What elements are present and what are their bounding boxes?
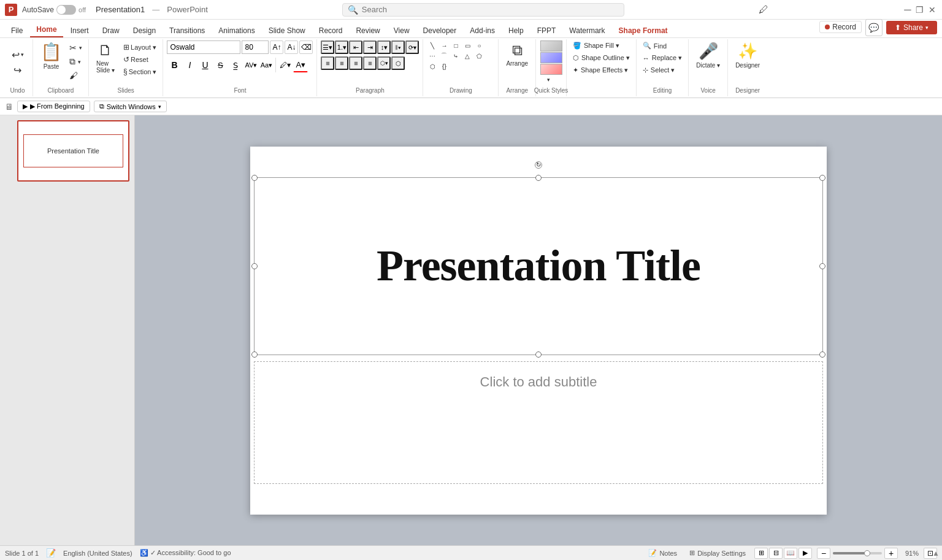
search-input[interactable] — [362, 5, 619, 14]
presentation-title[interactable]: Presentation Title — [364, 240, 713, 291]
shape-fill-button[interactable]: 🪣 Shape Fill ▾ — [570, 40, 622, 51]
tab-animations[interactable]: Animations — [212, 24, 261, 37]
tab-view[interactable]: View — [388, 24, 416, 37]
comment-button[interactable]: 💬 — [865, 19, 883, 36]
quick-styles-dropdown[interactable]: ▾ — [540, 75, 557, 84]
undo-button[interactable]: ↩ ▾ — [9, 48, 26, 62]
align-left-button[interactable]: ≡ — [321, 56, 334, 70]
decrease-indent-button[interactable]: ⇤ — [349, 40, 362, 54]
handle-tm[interactable] — [535, 175, 542, 181]
reading-view-button[interactable]: 📖 — [784, 548, 797, 559]
columns-button[interactable]: ⫴▾ — [391, 40, 405, 54]
dictate-button[interactable]: 🎤 Dictate ▾ — [692, 40, 724, 70]
shape-hexagon[interactable]: ⬡ — [427, 61, 438, 71]
reset-button[interactable]: ↺ Reset — [121, 54, 159, 65]
close-button[interactable]: ✕ — [927, 5, 937, 15]
align-options-button[interactable]: ⬡▾ — [377, 56, 391, 70]
quick-style-3[interactable] — [540, 64, 562, 75]
zoom-out-button[interactable]: − — [817, 548, 830, 559]
italic-button[interactable]: I — [182, 58, 197, 72]
slideshow-view-button[interactable]: ▶ — [798, 548, 812, 559]
slide-sorter-button[interactable]: ⊟ — [769, 548, 783, 559]
redo-button[interactable]: ↪ — [9, 63, 26, 77]
normal-view-button[interactable]: ⊞ — [754, 548, 768, 559]
font-color-button[interactable]: A▾ — [293, 58, 308, 72]
arrange-button[interactable]: ⧉ Arrange — [502, 40, 532, 68]
highlight-button[interactable]: 🖊▾ — [278, 58, 293, 72]
paste-button[interactable]: 📋 Paste — [37, 40, 66, 71]
shape-rect[interactable]: □ — [450, 40, 461, 50]
handle-bl[interactable] — [251, 351, 258, 358]
pen-icon[interactable]: 🖊 — [759, 4, 768, 15]
increase-indent-button[interactable]: ⇥ — [363, 40, 377, 54]
underline-button[interactable]: U — [197, 58, 212, 72]
zoom-in-button[interactable]: + — [884, 548, 898, 559]
subtitle-box[interactable]: Click to add subtitle — [254, 361, 823, 484]
tab-shape-format[interactable]: Shape Format — [613, 24, 674, 37]
tab-transitions[interactable]: Transitions — [163, 24, 211, 37]
tab-fppt[interactable]: FPPT — [531, 24, 562, 37]
zoom-slider[interactable] — [833, 552, 882, 554]
align-right-button[interactable]: ≡ — [349, 56, 362, 70]
minimize-button[interactable]: ─ — [903, 5, 913, 15]
shape-pentagon[interactable]: ⬠ — [473, 51, 484, 61]
bullets-button[interactable]: ☰▾ — [321, 40, 334, 54]
font-size-input[interactable] — [242, 40, 269, 54]
clear-format-button[interactable]: ⌫ — [299, 40, 313, 54]
section-button[interactable]: § Section ▾ — [121, 66, 159, 77]
shape-effects-button[interactable]: ✦ Shape Effects ▾ — [570, 65, 630, 75]
tab-watermark[interactable]: Watermark — [563, 24, 611, 37]
collapse-ribbon-button[interactable]: ▲ — [932, 549, 940, 558]
quick-style-1[interactable] — [540, 40, 562, 52]
tab-developer[interactable]: Developer — [417, 24, 463, 37]
handle-tl[interactable] — [251, 175, 258, 181]
switch-windows-button[interactable]: ⧉ Switch Windows ▾ — [94, 101, 167, 112]
layout-button[interactable]: ⊞ Layout ▾ — [121, 42, 159, 53]
select-button[interactable]: ⊹ Select ▾ — [640, 65, 678, 75]
replace-button[interactable]: ↔ Replace ▾ — [640, 53, 684, 63]
shape-line[interactable]: ╲ — [427, 40, 438, 50]
record-button[interactable]: Record — [819, 21, 862, 33]
notes-button[interactable]: 📝 Notes — [645, 548, 681, 558]
tab-slideshow[interactable]: Slide Show — [262, 24, 312, 37]
designer-button[interactable]: ✨ Designer — [732, 40, 764, 70]
tab-home[interactable]: Home — [30, 23, 63, 37]
align-center-button[interactable]: ≡ — [335, 56, 348, 70]
tab-addins[interactable]: Add-ins — [464, 24, 501, 37]
shape-brace[interactable]: {} — [438, 61, 450, 71]
language-indicator[interactable]: English (United States) — [63, 550, 132, 557]
text-direction-button[interactable]: ⟳▾ — [405, 40, 419, 54]
autosave-toggle[interactable] — [56, 5, 76, 15]
tab-help[interactable]: Help — [502, 24, 530, 37]
shape-triangle[interactable]: △ — [462, 51, 473, 61]
tab-record[interactable]: Record — [313, 24, 349, 37]
shadow-button[interactable]: S̲ — [228, 58, 243, 72]
search-bar[interactable]: 🔍 — [342, 3, 624, 17]
strikethrough-button[interactable]: S — [213, 58, 228, 72]
from-beginning-button[interactable]: ▶ ▶ From Beginning — [17, 101, 90, 112]
shape-more[interactable]: ⋯ — [427, 51, 438, 61]
bold-button[interactable]: B — [167, 58, 182, 72]
share-button[interactable]: ⬆ Share ▾ — [886, 21, 937, 34]
line-spacing-button[interactable]: ↕▾ — [377, 40, 391, 54]
shape-oval[interactable]: ○ — [473, 40, 484, 50]
cut-button[interactable]: ✂ ▾ — [67, 42, 85, 54]
increase-font-size-button[interactable]: A↑ — [270, 40, 283, 54]
quick-style-2[interactable] — [540, 52, 562, 63]
justify-button[interactable]: ≡ — [363, 56, 377, 70]
new-slide-button[interactable]: 🗋 NewSlide ▾ — [93, 40, 118, 75]
font-case-button[interactable]: Aa▾ — [259, 58, 274, 72]
shape-outline-button[interactable]: ⬡ Shape Outline ▾ — [570, 53, 632, 63]
shape-curve[interactable]: ⌒ — [438, 51, 450, 61]
tab-design[interactable]: Design — [127, 24, 162, 37]
copy-button[interactable]: ⧉ ▾ — [67, 55, 85, 68]
tab-file[interactable]: File — [5, 24, 29, 37]
numbering-button[interactable]: 1.▾ — [335, 40, 348, 54]
handle-mr[interactable] — [819, 263, 825, 269]
handle-ml[interactable] — [251, 263, 258, 269]
tab-review[interactable]: Review — [350, 24, 386, 37]
decrease-font-size-button[interactable]: A↓ — [285, 40, 298, 54]
shape-arrow[interactable]: → — [438, 40, 450, 50]
restore-button[interactable]: ❐ — [915, 5, 925, 15]
shape-rounded-rect[interactable]: ▭ — [462, 40, 473, 50]
